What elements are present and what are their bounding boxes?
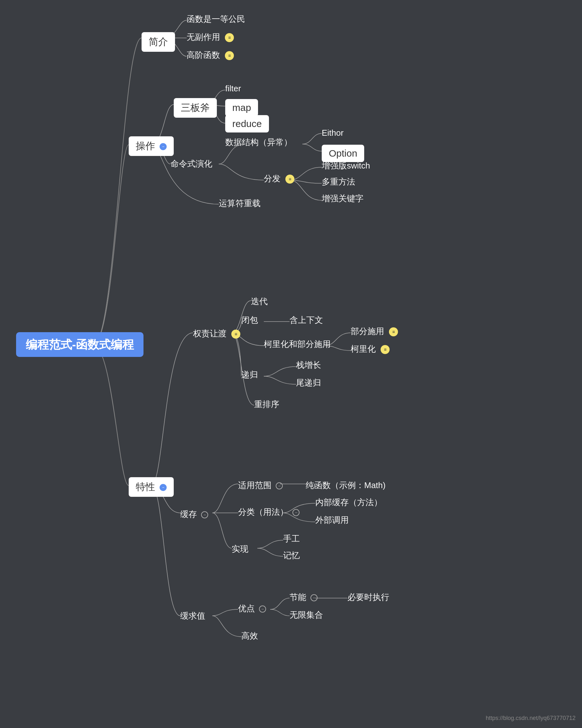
watermark: https://blog.csdn.net/lyq673770712 (486, 715, 576, 722)
huancun-node: 缓存 − (180, 509, 208, 520)
wufuzuoyong-node: 无副作用 ≡ (186, 31, 234, 43)
huancun-minus: − (201, 511, 208, 518)
caozuo-node: 操作 − (129, 136, 174, 156)
fenlei-minus: − (293, 509, 300, 516)
bufenshiyong-icon: ≡ (389, 327, 398, 336)
shougong-node: 手工 (283, 533, 300, 544)
huanqiuzhi-node: 缓求值 (180, 610, 205, 622)
quanzeren-icon: ≡ (231, 330, 240, 339)
shujujiegou-node: 数据结构（异常） (225, 137, 292, 148)
kelihua-icon: ≡ (381, 345, 389, 354)
texing-node: 特性 − (129, 477, 174, 497)
waibudiaoyong-node: 外部调用 (315, 515, 349, 526)
mingling-node: 命令式演化 (171, 158, 212, 170)
kelihua-node: 柯里化和部分施用 (264, 339, 331, 350)
quanzeren-node: 权责让渡 ≡ (193, 328, 240, 339)
jieneng-minus: − (310, 594, 318, 601)
texing-dot: − (159, 484, 167, 491)
digui-node: 递归 (241, 369, 258, 381)
caozuo-dot: − (159, 143, 167, 150)
gaojehanshu-icon: ≡ (225, 51, 234, 60)
zenqianggj-node: 增强关键字 (322, 193, 363, 204)
map-node: map (225, 99, 258, 116)
weidigui-node: 尾递归 (296, 377, 321, 388)
chunhanshu-node: 纯函数（示例：Math) (306, 480, 385, 491)
sanbanzhi-node: 三板斧 (174, 98, 217, 118)
yidenggongmin-node: 函数是一等公民 (186, 14, 245, 25)
hanhashangxiawen-node: 含上下文 (289, 314, 323, 326)
fenfa-node: 分发 ≡ (264, 173, 295, 184)
reduce-node: reduce (225, 115, 269, 132)
youdianzhi-node: 优点 − (238, 603, 266, 614)
option-node: Option (322, 145, 364, 162)
gaojehanshu-node: 高阶函数 ≡ (186, 50, 234, 61)
youdianzhi-minus: − (259, 605, 266, 613)
bufenshiyong-node: 部分施用 ≡ (351, 326, 398, 337)
biyaoshi-node: 必要时执行 (348, 592, 389, 603)
kelihuaonly-node: 柯里化 ≡ (351, 343, 389, 355)
gaoxiao-node: 高效 (241, 630, 258, 642)
jieneng-node: 节能 − (289, 592, 318, 603)
wuxianji-node: 无限集合 (289, 609, 323, 621)
zhanzengzhang-node: 栈增长 (296, 360, 321, 371)
eithor-node: Eithor (322, 128, 344, 138)
shiyongfanwei-minus: − (276, 482, 283, 489)
jianjie-node: 简介 (142, 32, 175, 52)
duochongfangfa-node: 多重方法 (322, 176, 355, 187)
jiyi-node: 记忆 (283, 550, 300, 561)
fenfa-icon: ≡ (285, 175, 295, 184)
neibuhuncun-node: 内部缓存（方法） (315, 497, 382, 508)
yunsuanfu-node: 运算符重载 (219, 198, 260, 209)
chongpaixu-node: 重排序 (254, 399, 279, 410)
fenlei-node: 分类（用法） − (238, 506, 300, 518)
zenqiangswitch-node: 增强版switch (322, 160, 370, 172)
filter-node: filter (225, 84, 241, 94)
diedai-node: 迭代 (251, 296, 268, 307)
shiyongfanwei-node: 适用范围 − (238, 480, 283, 491)
wufuzuoyong-icon: ≡ (225, 33, 234, 42)
root-node: 编程范式-函数式编程 (16, 337, 144, 353)
bibao-node: 闭包 (241, 314, 258, 326)
shixian-node: 实现 (232, 543, 248, 555)
